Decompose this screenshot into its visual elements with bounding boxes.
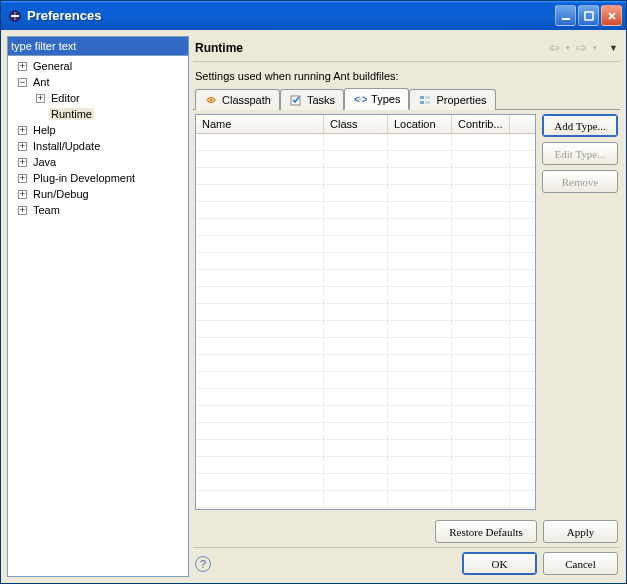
table-row[interactable] xyxy=(196,338,535,355)
types-table[interactable]: NameClassLocationContrib... xyxy=(195,114,536,510)
table-cell xyxy=(388,355,452,371)
table-cell xyxy=(324,423,388,439)
ok-button[interactable]: OK xyxy=(462,552,537,575)
apply-button[interactable]: Apply xyxy=(543,520,618,543)
table-cell xyxy=(196,304,324,320)
tab-types[interactable]: <>Types xyxy=(344,88,409,110)
table-cell xyxy=(388,474,452,490)
table-row[interactable] xyxy=(196,457,535,474)
tab-properties[interactable]: Properties xyxy=(409,89,495,110)
expand-icon[interactable]: + xyxy=(18,62,27,71)
table-cell xyxy=(324,151,388,167)
tree-item-ant[interactable]: −Ant xyxy=(8,74,188,90)
forward-icon: ⇨ xyxy=(576,40,587,55)
table-row[interactable] xyxy=(196,219,535,236)
remove-button: Remove xyxy=(542,170,618,193)
table-cell xyxy=(196,491,324,507)
menu-dropdown-icon[interactable]: ▼ xyxy=(609,43,618,53)
tree-item-java[interactable]: +Java xyxy=(8,154,188,170)
back-icon: ⇦ xyxy=(549,40,560,55)
table-cell xyxy=(452,236,510,252)
table-cell xyxy=(388,457,452,473)
help-icon[interactable]: ? xyxy=(195,556,211,572)
table-cell xyxy=(324,202,388,218)
table-row[interactable] xyxy=(196,236,535,253)
tab-label: Properties xyxy=(436,94,486,106)
tab-classpath[interactable]: Classpath xyxy=(195,89,280,110)
table-cell xyxy=(452,355,510,371)
table-row[interactable] xyxy=(196,355,535,372)
table-cell xyxy=(324,270,388,286)
tree-item-help[interactable]: +Help xyxy=(8,122,188,138)
minimize-button[interactable] xyxy=(555,5,576,26)
tree-item-general[interactable]: +General xyxy=(8,58,188,74)
table-cell xyxy=(196,338,324,354)
expand-icon[interactable]: + xyxy=(18,126,27,135)
tree-label: Team xyxy=(31,204,62,216)
expand-icon[interactable]: + xyxy=(18,174,27,183)
expand-icon[interactable]: + xyxy=(18,206,27,215)
maximize-button[interactable] xyxy=(578,5,599,26)
close-button[interactable] xyxy=(601,5,622,26)
table-row[interactable] xyxy=(196,440,535,457)
app-icon xyxy=(7,8,23,24)
table-row[interactable] xyxy=(196,423,535,440)
table-row[interactable] xyxy=(196,270,535,287)
collapse-icon[interactable]: − xyxy=(18,78,27,87)
table-cell xyxy=(388,253,452,269)
tree-item-team[interactable]: +Team xyxy=(8,202,188,218)
table-cell xyxy=(324,491,388,507)
tab-tasks[interactable]: Tasks xyxy=(280,89,344,110)
titlebar[interactable]: Preferences xyxy=(1,1,626,30)
column-header-name[interactable]: Name xyxy=(196,115,324,134)
table-row[interactable] xyxy=(196,253,535,270)
tree-item-install-update[interactable]: +Install/Update xyxy=(8,138,188,154)
table-cell xyxy=(196,355,324,371)
cancel-button[interactable]: Cancel xyxy=(543,552,618,575)
expand-icon[interactable]: + xyxy=(18,142,27,151)
table-row[interactable] xyxy=(196,134,535,151)
table-cell xyxy=(196,457,324,473)
tree-item-plug-in-development[interactable]: +Plug-in Development xyxy=(8,170,188,186)
table-row[interactable] xyxy=(196,406,535,423)
tree-item-editor[interactable]: +Editor xyxy=(8,90,188,106)
table-cell xyxy=(196,253,324,269)
preferences-tree[interactable]: +General−Ant+EditorRuntime+Help+Install/… xyxy=(7,56,189,577)
restore-defaults-button[interactable]: Restore Defaults xyxy=(435,520,537,543)
tree-label: General xyxy=(31,60,74,72)
table-cell xyxy=(452,491,510,507)
column-header-location[interactable]: Location xyxy=(388,115,452,134)
column-header-class[interactable]: Class xyxy=(324,115,388,134)
expand-icon[interactable]: + xyxy=(18,158,27,167)
table-row[interactable] xyxy=(196,168,535,185)
expand-icon[interactable]: + xyxy=(36,94,45,103)
table-row[interactable] xyxy=(196,185,535,202)
table-row[interactable] xyxy=(196,151,535,168)
svg-rect-4 xyxy=(585,12,593,20)
forward-dropdown-icon: ▾ xyxy=(593,44,597,52)
table-cell xyxy=(324,389,388,405)
add-type-button[interactable]: Add Type... xyxy=(542,114,618,137)
table-cell xyxy=(452,389,510,405)
tree-item-run-debug[interactable]: +Run/Debug xyxy=(8,186,188,202)
table-cell xyxy=(388,185,452,201)
column-header-contrib[interactable]: Contrib... xyxy=(452,115,510,134)
table-cell xyxy=(452,406,510,422)
expand-icon[interactable]: + xyxy=(18,190,27,199)
filter-input[interactable] xyxy=(7,36,189,56)
page-description: Settings used when running Ant buildfile… xyxy=(193,62,620,88)
table-cell xyxy=(196,270,324,286)
table-row[interactable] xyxy=(196,304,535,321)
table-row[interactable] xyxy=(196,202,535,219)
table-row[interactable] xyxy=(196,287,535,304)
table-row[interactable] xyxy=(196,372,535,389)
table-cell xyxy=(452,304,510,320)
table-row[interactable] xyxy=(196,389,535,406)
table-row[interactable] xyxy=(196,491,535,508)
tree-leaf-icon xyxy=(36,110,45,119)
table-row[interactable] xyxy=(196,321,535,338)
tree-item-runtime[interactable]: Runtime xyxy=(8,106,188,122)
table-row[interactable] xyxy=(196,474,535,491)
table-cell xyxy=(196,151,324,167)
table-cell xyxy=(388,151,452,167)
